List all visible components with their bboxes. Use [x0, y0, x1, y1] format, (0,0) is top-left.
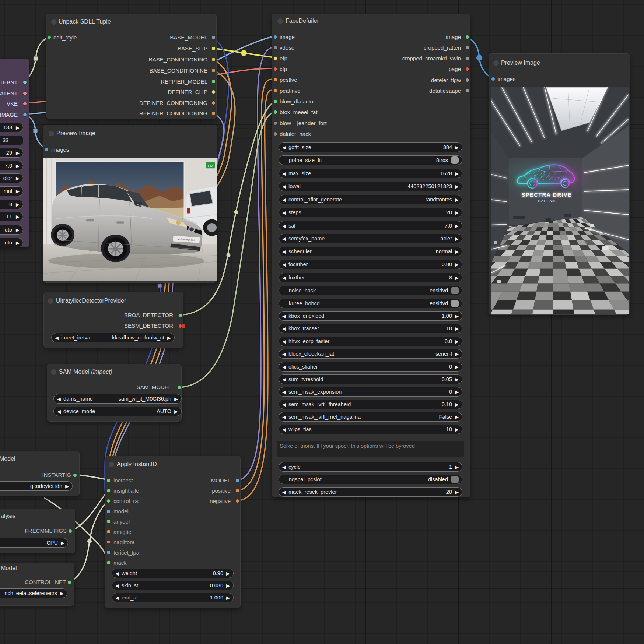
svg-text:SPECTRA DRIVE: SPECTRA DRIVE — [522, 192, 572, 198]
svg-text:BALEAN: BALEAN — [538, 199, 556, 203]
